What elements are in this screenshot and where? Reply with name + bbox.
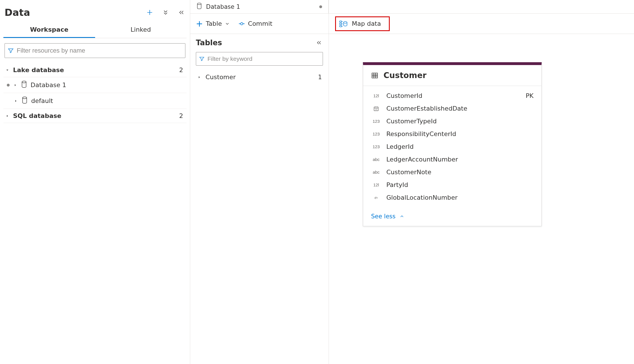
column-type-icon: 123 xyxy=(371,144,381,149)
column-name: CustomerId xyxy=(386,92,422,99)
column-row[interactable]: exGlobalLocationNumber xyxy=(371,191,534,204)
chevron-up-icon xyxy=(399,214,404,219)
column-name: CustomerTypeId xyxy=(386,118,437,125)
data-panel-title: Data xyxy=(5,7,30,18)
collapse-panel-icon[interactable] xyxy=(177,8,185,16)
table-item-customer[interactable]: Customer 1 xyxy=(196,70,323,84)
tables-filter[interactable] xyxy=(196,52,323,66)
lake-db-item-label: Database 1 xyxy=(31,81,66,89)
table-item-count: 1 xyxy=(318,74,322,81)
tables-panel: Database 1 + Table Commit Tables xyxy=(190,0,329,364)
commit-label: Commit xyxy=(248,20,272,27)
column-name: PartyId xyxy=(386,181,408,188)
tab-linked[interactable]: Linked xyxy=(95,22,187,38)
table-item-label: Customer xyxy=(205,74,236,81)
column-type-icon: 123 xyxy=(371,119,381,124)
column-row[interactable]: 12lCustomerIdPK xyxy=(371,89,534,102)
column-type-icon: abc xyxy=(371,170,381,175)
see-less-button[interactable]: See less xyxy=(363,209,541,226)
lake-database-count: 2 xyxy=(179,66,185,74)
add-icon[interactable] xyxy=(146,8,154,16)
column-type-icon: 12l xyxy=(371,182,381,187)
commit-icon xyxy=(238,20,245,27)
database-icon xyxy=(21,81,27,89)
canvas-panel: Map data Customer 12lCustomerIdPK12Custo… xyxy=(329,0,634,364)
column-name: LedgerId xyxy=(386,143,414,150)
unsaved-dot-icon xyxy=(7,84,10,87)
chevron-down-icon xyxy=(5,68,10,72)
filter-icon xyxy=(8,48,14,54)
entity-card-customer[interactable]: Customer 12lCustomerIdPK12CustomerEstabl… xyxy=(363,62,542,226)
column-row[interactable]: abcLedgerAccountNumber xyxy=(371,153,534,166)
chevron-right-icon xyxy=(197,75,202,79)
column-key: PK xyxy=(526,92,534,99)
data-tabs: Workspace Linked xyxy=(3,22,187,38)
column-type-icon: 12l xyxy=(371,93,381,98)
sql-database-node[interactable]: SQL database 2 xyxy=(3,109,187,123)
map-data-button[interactable]: Map data xyxy=(335,16,390,31)
column-row[interactable]: 12CustomerEstablishedDate xyxy=(371,102,534,115)
column-name: GlobalLocationNumber xyxy=(386,194,458,201)
column-row[interactable]: 123ResponsibilityCenterId xyxy=(371,128,534,140)
filter-icon xyxy=(199,56,205,62)
column-type-icon: 12 xyxy=(371,106,381,111)
lake-database-label: Lake database xyxy=(13,66,64,74)
svg-point-0 xyxy=(22,81,26,83)
svg-point-2 xyxy=(197,3,201,5)
lake-db-item-default[interactable]: default xyxy=(3,93,187,109)
chevron-right-icon xyxy=(5,114,10,118)
unsaved-dot-icon xyxy=(319,5,322,8)
svg-point-1 xyxy=(23,97,27,99)
resource-filter[interactable] xyxy=(5,43,185,58)
svg-point-3 xyxy=(241,23,243,25)
resource-filter-input[interactable] xyxy=(17,47,182,54)
column-name: CustomerNote xyxy=(386,169,431,176)
chevron-right-icon xyxy=(14,99,18,103)
sql-database-label: SQL database xyxy=(13,112,61,119)
svg-text:12: 12 xyxy=(375,108,377,110)
column-name: CustomerEstablishedDate xyxy=(386,105,467,112)
column-type-icon: abc xyxy=(371,157,381,162)
column-row[interactable]: 123LedgerId xyxy=(371,140,534,153)
svg-rect-8 xyxy=(372,73,378,78)
see-less-label: See less xyxy=(371,213,395,220)
lake-database-node[interactable]: Lake database 2 xyxy=(3,63,187,77)
table-icon xyxy=(371,72,378,79)
tab-workspace[interactable]: Workspace xyxy=(3,22,95,38)
tables-filter-input[interactable] xyxy=(207,55,320,62)
column-name: ResponsibilityCenterId xyxy=(386,130,456,137)
svg-point-7 xyxy=(344,21,347,23)
column-type-icon: ex xyxy=(371,195,381,200)
new-table-button[interactable]: + Table xyxy=(196,20,230,28)
chevrons-down-icon[interactable] xyxy=(162,8,170,16)
new-table-label: Table xyxy=(206,20,222,27)
svg-rect-6 xyxy=(340,25,342,27)
column-name: LedgerAccountNumber xyxy=(386,156,458,163)
database-icon xyxy=(22,96,28,105)
lake-db-item-database1[interactable]: Database 1 xyxy=(3,77,187,93)
editor-tab-database1[interactable]: Database 1 xyxy=(190,0,329,13)
chevron-right-icon xyxy=(13,83,18,87)
column-row[interactable]: abcCustomerNote xyxy=(371,166,534,178)
lake-db-item-label: default xyxy=(31,97,53,104)
svg-rect-4 xyxy=(340,21,342,22)
column-row[interactable]: 12lPartyId xyxy=(371,178,534,191)
chevron-down-icon xyxy=(225,21,230,26)
editor-tab-label: Database 1 xyxy=(206,3,240,10)
column-type-icon: 123 xyxy=(371,132,381,136)
column-row[interactable]: 123CustomerTypeId xyxy=(371,115,534,128)
database-icon xyxy=(196,3,202,11)
map-data-label: Map data xyxy=(352,20,381,27)
entity-name: Customer xyxy=(384,71,427,80)
sql-database-count: 2 xyxy=(179,112,185,119)
data-panel: Data Workspace Linked xyxy=(0,0,190,364)
tables-title: Tables xyxy=(196,38,222,47)
svg-rect-5 xyxy=(340,23,342,25)
commit-button[interactable]: Commit xyxy=(238,20,272,27)
collapse-tables-icon[interactable] xyxy=(315,39,323,47)
map-data-icon xyxy=(339,20,347,27)
